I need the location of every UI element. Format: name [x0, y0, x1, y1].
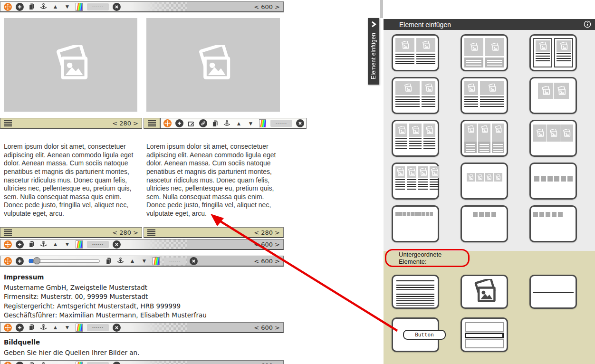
add-icon[interactable]: [15, 361, 25, 364]
layout-four-images[interactable]: [461, 163, 508, 200]
width-control[interactable]: < 600 >: [254, 3, 282, 10]
palette-icon[interactable]: [74, 2, 84, 11]
move-icon[interactable]: [3, 323, 13, 332]
move-up-icon[interactable]: ▲: [50, 240, 60, 249]
layout-gallery-6[interactable]: [529, 163, 577, 200]
impressum-block[interactable]: Impressum Mustername GmbH, Zweigstelle M…: [4, 273, 207, 320]
copy-icon[interactable]: [27, 2, 37, 11]
move-icon[interactable]: [3, 361, 13, 364]
layout-3col-image-caption[interactable]: [461, 120, 508, 157]
layout-three-images[interactable]: [529, 120, 577, 157]
palette-icon[interactable]: [74, 240, 84, 249]
width-control[interactable]: < 600 >: [254, 241, 282, 248]
close-icon[interactable]: [112, 323, 122, 332]
panel-collapse-tab[interactable]: Element einfügen: [368, 18, 379, 85]
move-up-icon[interactable]: ▲: [50, 361, 60, 364]
style-dropdown[interactable]: ------: [87, 324, 109, 331]
layout-2col-wide-left[interactable]: [392, 77, 439, 114]
move-up-icon[interactable]: ▲: [127, 257, 137, 265]
close-icon[interactable]: [189, 257, 199, 265]
copy-icon[interactable]: [27, 323, 37, 332]
close-icon[interactable]: [112, 361, 122, 364]
layout-2col-image-text[interactable]: [392, 34, 439, 71]
sub-element-line[interactable]: [529, 275, 577, 309]
close-icon[interactable]: [112, 240, 122, 249]
slider-thumb[interactable]: [33, 257, 40, 264]
anchor-icon[interactable]: [38, 2, 48, 11]
copy-icon[interactable]: [27, 361, 37, 364]
width-control[interactable]: < 600 >: [254, 258, 282, 265]
add-icon[interactable]: [15, 240, 25, 249]
move-icon[interactable]: [3, 240, 13, 249]
link-icon[interactable]: [198, 119, 208, 128]
style-dropdown[interactable]: ------: [87, 241, 109, 248]
width-control[interactable]: < 600 >: [254, 324, 282, 331]
layout-gallery-5[interactable]: [529, 205, 577, 242]
move-down-icon[interactable]: ▼: [62, 2, 72, 11]
sub-element-button[interactable]: Button: [392, 317, 439, 352]
style-dropdown[interactable]: ------: [87, 362, 109, 364]
anchor-icon[interactable]: [38, 323, 48, 332]
sub-element-text[interactable]: [392, 275, 439, 309]
palette-icon[interactable]: [74, 361, 84, 364]
panel-scrollbar[interactable]: [380, 0, 383, 18]
copy-icon[interactable]: [210, 119, 220, 128]
width-control[interactable]: < 280 >: [254, 229, 282, 236]
add-icon[interactable]: [15, 323, 25, 332]
bildquelle-block[interactable]: Bildquelle Geben Sie hier die Quellen Ih…: [4, 338, 139, 357]
move-icon[interactable]: [163, 119, 173, 128]
move-up-icon[interactable]: ▲: [50, 2, 60, 11]
close-icon[interactable]: [112, 2, 122, 11]
add-icon[interactable]: [174, 119, 184, 128]
hamburger-icon[interactable]: [147, 119, 157, 128]
style-dropdown[interactable]: ------: [270, 120, 292, 127]
anchor-icon[interactable]: [115, 257, 125, 265]
move-down-icon[interactable]: ▼: [139, 257, 149, 265]
sub-element-image[interactable]: [461, 275, 508, 309]
hamburger-icon[interactable]: [3, 119, 13, 128]
size-slider[interactable]: [29, 259, 100, 263]
image-placeholder[interactable]: [4, 18, 137, 112]
move-icon[interactable]: [3, 257, 13, 265]
style-dropdown[interactable]: ------: [164, 258, 186, 265]
hamburger-icon[interactable]: [146, 228, 156, 237]
layout-4col-image-text[interactable]: [392, 163, 439, 200]
layout-2col-image-caption[interactable]: [461, 34, 508, 71]
image-placeholder[interactable]: [146, 18, 280, 112]
text-column[interactable]: Lorem ipsum dolor sit amet, consectetuer…: [4, 143, 139, 218]
layout-2col-wide-right[interactable]: [461, 77, 508, 114]
anchor-icon[interactable]: [38, 240, 48, 249]
width-control[interactable]: < 280 >: [112, 120, 140, 127]
anchor-icon[interactable]: [222, 119, 232, 128]
layout-2col-boxed[interactable]: [529, 34, 577, 71]
layout-3col-image-text[interactable]: [392, 120, 439, 157]
copy-icon[interactable]: [104, 257, 114, 265]
add-icon[interactable]: [15, 2, 25, 11]
layout-gallery-10[interactable]: [392, 205, 439, 242]
move-down-icon[interactable]: ▼: [62, 323, 72, 332]
edit-icon[interactable]: [186, 119, 196, 128]
slider-track[interactable]: [29, 259, 100, 263]
move-down-icon[interactable]: ▼: [246, 119, 256, 128]
text-column[interactable]: Lorem ipsum dolor sit amet, consectetuer…: [146, 143, 281, 218]
width-control[interactable]: < 280 >: [112, 229, 140, 236]
anchor-icon[interactable]: [38, 361, 48, 364]
copy-icon[interactable]: [27, 240, 37, 249]
hamburger-icon[interactable]: [3, 228, 13, 237]
style-dropdown[interactable]: ------: [87, 3, 109, 10]
add-icon[interactable]: [15, 257, 25, 265]
info-icon[interactable]: [584, 20, 591, 28]
move-icon[interactable]: [3, 2, 13, 11]
width-control[interactable]: < 600 >: [254, 362, 282, 364]
layout-gallery-4[interactable]: [461, 205, 508, 242]
layout-two-images[interactable]: [529, 77, 577, 114]
palette-icon[interactable]: [151, 257, 161, 265]
move-up-icon[interactable]: ▲: [234, 119, 244, 128]
palette-icon[interactable]: [74, 323, 84, 332]
move-down-icon[interactable]: ▼: [62, 240, 72, 249]
sub-element-table[interactable]: [461, 317, 508, 352]
palette-icon[interactable]: [258, 119, 268, 128]
move-up-icon[interactable]: ▲: [50, 323, 60, 332]
close-icon[interactable]: [295, 119, 305, 128]
move-down-icon[interactable]: ▼: [62, 361, 72, 364]
